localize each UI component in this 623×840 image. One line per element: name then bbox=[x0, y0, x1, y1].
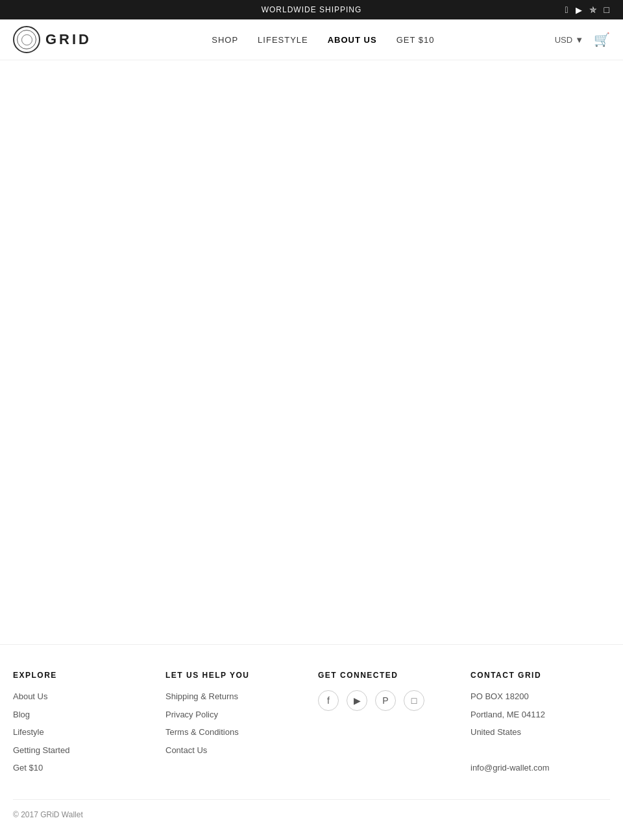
nav-get10[interactable]: GET $10 bbox=[397, 35, 435, 45]
main-nav: SHOP LIFESTYLE ABOUT US GET $10 bbox=[212, 35, 434, 45]
logo-icon bbox=[13, 26, 40, 53]
footer-link-blog[interactable]: Blog bbox=[13, 708, 153, 721]
cart-icon[interactable]: 🛒 bbox=[594, 32, 610, 47]
header: GRID SHOP LIFESTYLE ABOUT US GET $10 USD… bbox=[0, 19, 623, 60]
contact-email[interactable]: info@grid-wallet.com bbox=[470, 762, 610, 774]
footer-explore: EXPLORE About Us Blog Lifestyle Getting … bbox=[13, 671, 153, 780]
footer-instagram-icon[interactable]: □ bbox=[404, 690, 424, 711]
footer-link-shipping[interactable]: Shipping & Returns bbox=[165, 690, 305, 703]
nav-lifestyle[interactable]: LIFESTYLE bbox=[258, 35, 308, 45]
contact-address1: PO BOX 18200 bbox=[470, 690, 610, 703]
contact-heading: CONTACT GRID bbox=[470, 671, 610, 680]
footer-connected: GET CONNECTED f ▶ P □ bbox=[318, 671, 458, 780]
contact-address3: United States bbox=[470, 726, 610, 739]
contact-address2: Portland, ME 04112 bbox=[470, 708, 610, 721]
currency-selector[interactable]: USD ▼ bbox=[555, 35, 583, 45]
instagram-icon-top[interactable]: □ bbox=[604, 5, 610, 15]
top-bar: WORLDWIDE SHIPPING  ▶ ✯ □ bbox=[0, 0, 623, 19]
footer-facebook-icon[interactable]: f bbox=[318, 690, 339, 711]
footer-contact: CONTACT GRID PO BOX 18200 Portland, ME 0… bbox=[470, 671, 610, 780]
footer-link-privacy[interactable]: Privacy Policy bbox=[165, 708, 305, 721]
logo-text: GRID bbox=[45, 31, 92, 48]
footer-help: LET US HELP YOU Shipping & Returns Priva… bbox=[165, 671, 305, 780]
copyright-text: © 2017 GRiD Wallet bbox=[13, 810, 610, 819]
top-bar-social:  ▶ ✯ □ bbox=[565, 5, 610, 15]
chevron-down-icon: ▼ bbox=[575, 35, 583, 45]
logo[interactable]: GRID bbox=[13, 26, 92, 53]
nav-right: USD ▼ 🛒 bbox=[555, 32, 610, 47]
facebook-icon-top[interactable]:  bbox=[565, 5, 568, 15]
footer-link-get10[interactable]: Get $10 bbox=[13, 762, 153, 774]
footer-youtube-icon[interactable]: ▶ bbox=[347, 690, 367, 711]
footer-link-about[interactable]: About Us bbox=[13, 690, 153, 703]
nav-shop[interactable]: SHOP bbox=[212, 35, 238, 45]
footer: EXPLORE About Us Blog Lifestyle Getting … bbox=[0, 644, 623, 832]
footer-pinterest-icon[interactable]: P bbox=[375, 690, 396, 711]
shipping-text: WORLDWIDE SHIPPING bbox=[262, 5, 362, 14]
footer-link-lifestyle[interactable]: Lifestyle bbox=[13, 726, 153, 739]
pinterest-icon-top[interactable]: ✯ bbox=[589, 5, 598, 15]
help-heading: LET US HELP YOU bbox=[165, 671, 305, 680]
nav-about[interactable]: ABOUT US bbox=[328, 35, 377, 45]
footer-social-icons: f ▶ P □ bbox=[318, 690, 458, 711]
explore-heading: EXPLORE bbox=[13, 671, 153, 680]
footer-link-terms[interactable]: Terms & Conditions bbox=[165, 726, 305, 739]
footer-bottom: © 2017 GRiD Wallet bbox=[13, 799, 610, 819]
youtube-icon-top[interactable]: ▶ bbox=[576, 5, 583, 15]
currency-label: USD bbox=[555, 35, 572, 45]
footer-grid: EXPLORE About Us Blog Lifestyle Getting … bbox=[13, 671, 610, 799]
footer-link-getting-started[interactable]: Getting Started bbox=[13, 744, 153, 757]
main-content bbox=[0, 60, 623, 644]
footer-link-contact[interactable]: Contact Us bbox=[165, 744, 305, 757]
connected-heading: GET CONNECTED bbox=[318, 671, 458, 680]
